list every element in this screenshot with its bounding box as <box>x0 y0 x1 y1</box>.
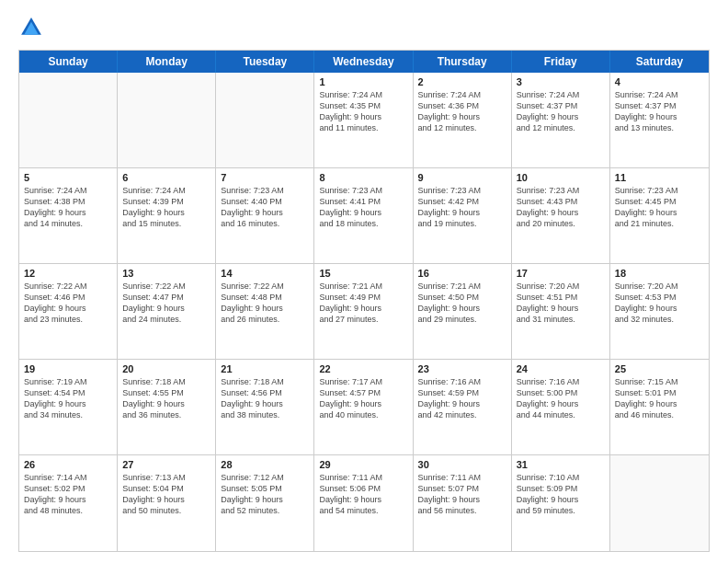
day-info: Sunrise: 7:19 AM Sunset: 4:54 PM Dayligh… <box>24 376 112 421</box>
day-cell-5: 5Sunrise: 7:24 AM Sunset: 4:38 PM Daylig… <box>19 168 118 263</box>
day-number: 14 <box>221 268 309 279</box>
day-info: Sunrise: 7:18 AM Sunset: 4:56 PM Dayligh… <box>221 376 309 421</box>
day-number: 21 <box>221 363 309 374</box>
day-number: 3 <box>517 76 605 87</box>
day-info: Sunrise: 7:11 AM Sunset: 5:06 PM Dayligh… <box>319 472 407 517</box>
header <box>18 15 710 40</box>
day-number: 25 <box>615 363 704 374</box>
day-info: Sunrise: 7:23 AM Sunset: 4:43 PM Dayligh… <box>517 185 605 230</box>
day-info: Sunrise: 7:23 AM Sunset: 4:42 PM Dayligh… <box>418 185 506 230</box>
week-row-3: 12Sunrise: 7:22 AM Sunset: 4:46 PM Dayli… <box>19 264 709 360</box>
day-info: Sunrise: 7:24 AM Sunset: 4:36 PM Dayligh… <box>418 89 506 134</box>
day-cell-24: 24Sunrise: 7:16 AM Sunset: 5:00 PM Dayli… <box>512 360 610 454</box>
day-cell-22: 22Sunrise: 7:17 AM Sunset: 4:57 PM Dayli… <box>314 360 413 454</box>
day-info: Sunrise: 7:20 AM Sunset: 4:53 PM Dayligh… <box>615 281 704 326</box>
day-info: Sunrise: 7:22 AM Sunset: 4:46 PM Dayligh… <box>24 281 112 326</box>
calendar-body: 1Sunrise: 7:24 AM Sunset: 4:35 PM Daylig… <box>19 73 709 551</box>
day-info: Sunrise: 7:23 AM Sunset: 4:40 PM Dayligh… <box>221 185 309 230</box>
day-info: Sunrise: 7:24 AM Sunset: 4:37 PM Dayligh… <box>615 89 704 134</box>
day-number: 20 <box>122 363 210 374</box>
day-cell-12: 12Sunrise: 7:22 AM Sunset: 4:46 PM Dayli… <box>19 264 118 359</box>
logo <box>18 15 48 40</box>
day-cell-18: 18Sunrise: 7:20 AM Sunset: 4:53 PM Dayli… <box>610 264 709 359</box>
day-info: Sunrise: 7:23 AM Sunset: 4:45 PM Dayligh… <box>615 185 704 230</box>
day-cell-30: 30Sunrise: 7:11 AM Sunset: 5:07 PM Dayli… <box>414 455 512 551</box>
empty-cell <box>216 73 314 167</box>
day-cell-16: 16Sunrise: 7:21 AM Sunset: 4:50 PM Dayli… <box>414 264 512 359</box>
day-cell-10: 10Sunrise: 7:23 AM Sunset: 4:43 PM Dayli… <box>512 168 610 263</box>
day-number: 7 <box>221 172 309 183</box>
day-info: Sunrise: 7:17 AM Sunset: 4:57 PM Dayligh… <box>319 376 407 421</box>
day-cell-17: 17Sunrise: 7:20 AM Sunset: 4:51 PM Dayli… <box>512 264 610 359</box>
day-cell-20: 20Sunrise: 7:18 AM Sunset: 4:55 PM Dayli… <box>118 360 216 454</box>
week-row-5: 26Sunrise: 7:14 AM Sunset: 5:02 PM Dayli… <box>19 455 709 551</box>
day-info: Sunrise: 7:21 AM Sunset: 4:50 PM Dayligh… <box>418 281 506 326</box>
header-day-tuesday: Tuesday <box>216 51 314 73</box>
page: SundayMondayTuesdayWednesdayThursdayFrid… <box>0 0 728 563</box>
day-number: 10 <box>517 172 605 183</box>
day-number: 4 <box>615 76 704 87</box>
day-cell-27: 27Sunrise: 7:13 AM Sunset: 5:04 PM Dayli… <box>118 455 216 551</box>
day-number: 30 <box>418 459 506 470</box>
day-info: Sunrise: 7:21 AM Sunset: 4:49 PM Dayligh… <box>319 281 407 326</box>
day-number: 6 <box>122 172 210 183</box>
day-info: Sunrise: 7:24 AM Sunset: 4:39 PM Dayligh… <box>122 185 210 230</box>
day-cell-8: 8Sunrise: 7:23 AM Sunset: 4:41 PM Daylig… <box>314 168 413 263</box>
day-info: Sunrise: 7:22 AM Sunset: 4:47 PM Dayligh… <box>122 281 210 326</box>
day-info: Sunrise: 7:22 AM Sunset: 4:48 PM Dayligh… <box>221 281 309 326</box>
empty-cell <box>610 455 709 551</box>
day-info: Sunrise: 7:15 AM Sunset: 5:01 PM Dayligh… <box>615 376 704 421</box>
header-day-sunday: Sunday <box>19 51 118 73</box>
day-number: 2 <box>418 76 506 87</box>
day-info: Sunrise: 7:23 AM Sunset: 4:41 PM Dayligh… <box>319 185 407 230</box>
week-row-4: 19Sunrise: 7:19 AM Sunset: 4:54 PM Dayli… <box>19 360 709 455</box>
day-number: 11 <box>615 172 704 183</box>
day-info: Sunrise: 7:14 AM Sunset: 5:02 PM Dayligh… <box>24 472 112 517</box>
day-info: Sunrise: 7:18 AM Sunset: 4:55 PM Dayligh… <box>122 376 210 421</box>
day-number: 28 <box>221 459 309 470</box>
empty-cell <box>118 73 216 167</box>
logo-icon <box>18 15 44 40</box>
day-number: 13 <box>122 268 210 279</box>
day-cell-21: 21Sunrise: 7:18 AM Sunset: 4:56 PM Dayli… <box>216 360 314 454</box>
day-number: 29 <box>319 459 407 470</box>
calendar: SundayMondayTuesdayWednesdayThursdayFrid… <box>18 50 710 552</box>
day-number: 19 <box>24 363 112 374</box>
header-day-friday: Friday <box>512 51 610 73</box>
day-number: 27 <box>122 459 210 470</box>
day-cell-14: 14Sunrise: 7:22 AM Sunset: 4:48 PM Dayli… <box>216 264 314 359</box>
day-info: Sunrise: 7:20 AM Sunset: 4:51 PM Dayligh… <box>517 281 605 326</box>
day-cell-26: 26Sunrise: 7:14 AM Sunset: 5:02 PM Dayli… <box>19 455 118 551</box>
day-info: Sunrise: 7:24 AM Sunset: 4:37 PM Dayligh… <box>517 89 605 134</box>
day-number: 23 <box>418 363 506 374</box>
day-number: 26 <box>24 459 112 470</box>
week-row-1: 1Sunrise: 7:24 AM Sunset: 4:35 PM Daylig… <box>19 73 709 168</box>
header-day-thursday: Thursday <box>414 51 512 73</box>
day-info: Sunrise: 7:13 AM Sunset: 5:04 PM Dayligh… <box>122 472 210 517</box>
day-number: 17 <box>517 268 605 279</box>
day-cell-11: 11Sunrise: 7:23 AM Sunset: 4:45 PM Dayli… <box>610 168 709 263</box>
day-cell-19: 19Sunrise: 7:19 AM Sunset: 4:54 PM Dayli… <box>19 360 118 454</box>
day-number: 12 <box>24 268 112 279</box>
header-day-saturday: Saturday <box>610 51 709 73</box>
day-cell-15: 15Sunrise: 7:21 AM Sunset: 4:49 PM Dayli… <box>314 264 413 359</box>
day-cell-23: 23Sunrise: 7:16 AM Sunset: 4:59 PM Dayli… <box>414 360 512 454</box>
day-number: 5 <box>24 172 112 183</box>
day-info: Sunrise: 7:16 AM Sunset: 5:00 PM Dayligh… <box>517 376 605 421</box>
day-cell-29: 29Sunrise: 7:11 AM Sunset: 5:06 PM Dayli… <box>314 455 413 551</box>
day-cell-3: 3Sunrise: 7:24 AM Sunset: 4:37 PM Daylig… <box>512 73 610 167</box>
day-number: 31 <box>517 459 605 470</box>
day-info: Sunrise: 7:16 AM Sunset: 4:59 PM Dayligh… <box>418 376 506 421</box>
day-info: Sunrise: 7:24 AM Sunset: 4:38 PM Dayligh… <box>24 185 112 230</box>
day-cell-28: 28Sunrise: 7:12 AM Sunset: 5:05 PM Dayli… <box>216 455 314 551</box>
day-info: Sunrise: 7:12 AM Sunset: 5:05 PM Dayligh… <box>221 472 309 517</box>
day-cell-7: 7Sunrise: 7:23 AM Sunset: 4:40 PM Daylig… <box>216 168 314 263</box>
empty-cell <box>19 73 118 167</box>
day-info: Sunrise: 7:11 AM Sunset: 5:07 PM Dayligh… <box>418 472 506 517</box>
day-info: Sunrise: 7:10 AM Sunset: 5:09 PM Dayligh… <box>517 472 605 517</box>
header-day-monday: Monday <box>118 51 216 73</box>
day-cell-25: 25Sunrise: 7:15 AM Sunset: 5:01 PM Dayli… <box>610 360 709 454</box>
day-cell-1: 1Sunrise: 7:24 AM Sunset: 4:35 PM Daylig… <box>314 73 413 167</box>
day-cell-4: 4Sunrise: 7:24 AM Sunset: 4:37 PM Daylig… <box>610 73 709 167</box>
day-cell-9: 9Sunrise: 7:23 AM Sunset: 4:42 PM Daylig… <box>414 168 512 263</box>
